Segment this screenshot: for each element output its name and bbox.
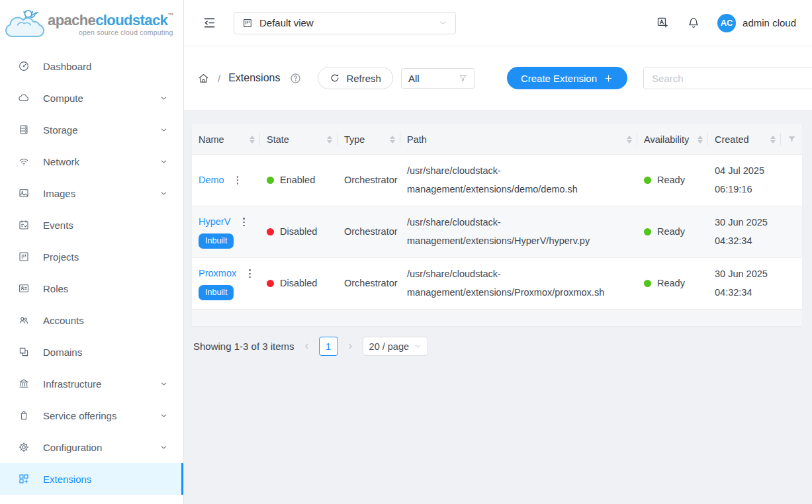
extension-link[interactable]: HyperV	[199, 216, 230, 228]
cell-type: Orchestrator	[338, 155, 400, 206]
chevron-down-icon	[414, 343, 422, 350]
user-name: admin cloud	[743, 17, 796, 28]
cell-availability: Ready	[637, 206, 708, 257]
sidebar-item-storage[interactable]: Storage	[0, 114, 183, 146]
cloudstack-cloud-monkey-icon	[3, 6, 46, 43]
sidebar: apachecloudstack™ open source cloud comp…	[0, 0, 184, 504]
appstore-add-icon	[17, 473, 30, 485]
cell-path: /usr/share/cloudstack-management/extensi…	[400, 258, 637, 309]
page-toolbar: / Extensions Refresh All	[184, 46, 812, 110]
column-header-created[interactable]: Created	[708, 124, 781, 154]
cell-state: Disabled	[260, 258, 338, 309]
sidebar-item-roles[interactable]: Roles	[0, 273, 183, 304]
page-number-button[interactable]: 1	[319, 337, 338, 356]
sidebar-item-label: Service offerings	[43, 410, 148, 421]
sort-icon[interactable]	[623, 136, 632, 144]
sidebar-item-label: Domains	[43, 347, 167, 358]
sort-icon[interactable]	[386, 136, 395, 144]
cell-path: /usr/share/cloudstack-management/extensi…	[400, 155, 637, 206]
prev-page-icon[interactable]	[300, 342, 313, 351]
cell-type: Orchestrator	[338, 206, 400, 257]
table-footer-strip	[192, 309, 802, 326]
cell-name: HyperV Inbuilt	[192, 206, 260, 257]
row-actions-menu-icon[interactable]	[240, 215, 248, 229]
dashboard-icon	[17, 60, 30, 72]
sidebar-item-label: Configuration	[43, 442, 148, 453]
sidebar-item-compute[interactable]: Compute	[0, 82, 183, 114]
sidebar-item-dashboard[interactable]: Dashboard	[0, 50, 183, 82]
menu-fold-icon[interactable]	[203, 16, 216, 30]
extension-link[interactable]: Proxmox	[199, 268, 236, 279]
filter-selector[interactable]: All	[401, 68, 475, 89]
translation-icon[interactable]	[656, 16, 670, 30]
breadcrumb-separator: /	[218, 73, 220, 84]
gear-icon	[17, 441, 30, 453]
calendar-check-icon	[17, 219, 30, 231]
bell-icon[interactable]	[687, 17, 700, 30]
next-page-icon[interactable]	[344, 342, 357, 351]
table-row: Proxmox Inbuilt Disabled Orchestrator /u…	[192, 257, 802, 309]
project-view-icon	[242, 18, 253, 28]
plus-icon	[604, 73, 613, 83]
extension-link[interactable]: Demo	[199, 175, 224, 186]
user-menu[interactable]: AC admin cloud	[717, 14, 796, 32]
sidebar-item-configuration[interactable]: Configuration	[0, 431, 183, 463]
status-dot	[267, 228, 274, 235]
sidebar-item-label: Network	[43, 156, 148, 167]
sort-icon[interactable]	[246, 136, 255, 144]
sidebar-item-extensions[interactable]: Extensions	[0, 463, 183, 495]
sort-icon[interactable]	[694, 136, 703, 144]
sidebar-item-label: Extensions	[43, 474, 167, 485]
column-header-availability[interactable]: Availability	[637, 124, 708, 154]
sidebar-item-projects[interactable]: Projects	[0, 241, 183, 273]
create-extension-button[interactable]: Create Extension	[507, 67, 627, 89]
chevron-down-icon	[160, 190, 167, 197]
chevron-down-icon	[160, 95, 167, 102]
avatar: AC	[717, 14, 736, 32]
sidebar-item-domains[interactable]: Domains	[0, 336, 183, 368]
sidebar-item-label: Dashboard	[43, 61, 167, 72]
search-input[interactable]	[643, 67, 812, 89]
sort-icon[interactable]	[323, 136, 332, 144]
home-icon[interactable]	[197, 72, 210, 85]
column-header-path[interactable]: Path	[400, 124, 637, 154]
sidebar-item-infrastructure[interactable]: Infrastructure	[0, 368, 183, 399]
main-area: Default view AC admin cloud	[184, 0, 812, 504]
cell-state: Disabled	[260, 206, 338, 257]
project-icon	[17, 251, 30, 263]
column-header-type[interactable]: Type	[338, 124, 400, 154]
status-dot	[644, 228, 651, 235]
row-actions-menu-icon[interactable]	[246, 267, 253, 280]
page-size-selector[interactable]: 20 / page	[363, 337, 428, 356]
create-extension-label: Create Extension	[521, 73, 597, 84]
sidebar-item-label: Images	[43, 188, 148, 199]
sidebar-item-label: Compute	[43, 93, 148, 104]
help-icon[interactable]	[289, 72, 302, 85]
sort-icon[interactable]	[766, 136, 776, 144]
column-header-state[interactable]: State	[260, 124, 338, 154]
logo-wordmark: apachecloudstack™	[48, 13, 173, 28]
sidebar-item-events[interactable]: Events	[0, 209, 183, 241]
status-dot	[267, 280, 274, 287]
cell-created: 04 Jul 2025 06:19:16	[708, 155, 781, 206]
sidebar-item-label: Accounts	[43, 315, 167, 326]
sidebar-item-images[interactable]: Images	[0, 177, 183, 209]
column-filter-icon[interactable]	[781, 124, 802, 154]
sidebar-item-service-offerings[interactable]: Service offerings	[0, 399, 183, 431]
sidebar-item-accounts[interactable]: Accounts	[0, 304, 183, 336]
cell-availability: Ready	[637, 155, 708, 206]
cell-name: Proxmox Inbuilt	[192, 258, 260, 309]
sidebar-item-label: Events	[43, 220, 167, 231]
logo-text: apachecloudstack™ open source cloud comp…	[48, 13, 173, 36]
sidebar-item-label: Infrastructure	[43, 378, 148, 390]
refresh-button[interactable]: Refresh	[318, 67, 393, 89]
table-row: Demo Enabled Orchestrator /usr/share/clo…	[192, 154, 802, 206]
chevron-down-icon	[160, 126, 167, 134]
cell-state: Enabled	[260, 155, 338, 206]
sidebar-item-network[interactable]: Network	[0, 146, 183, 177]
logo-subtitle: open source cloud computing	[79, 29, 173, 36]
row-actions-menu-icon[interactable]	[234, 173, 242, 187]
view-selector[interactable]: Default view	[234, 12, 456, 34]
column-header-name[interactable]: Name	[192, 124, 260, 154]
topbar-right: AC admin cloud	[656, 14, 796, 32]
